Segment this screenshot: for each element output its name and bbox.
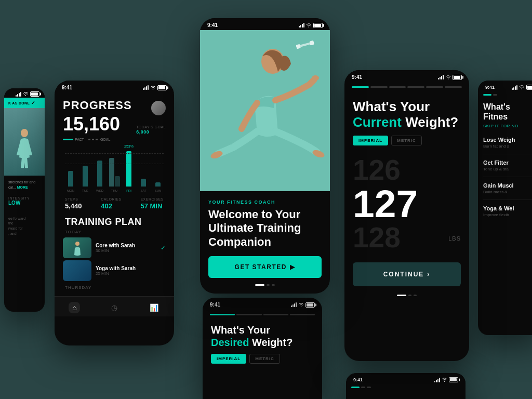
- legend-goal: GOAL: [100, 138, 110, 141]
- goal-item-3[interactable]: Gain Muscl Build mass &: [483, 182, 532, 200]
- time-progress: 9:41: [62, 85, 72, 90]
- stats-row: STEPS 5,440 CALORIES 402 EXERCISES 57 MI…: [63, 197, 166, 210]
- continue-button[interactable]: CONTINUE ›: [353, 262, 461, 286]
- workout-item-1[interactable]: Core with Sarah 30 MIN ✓: [63, 237, 166, 258]
- workout-dur-1: 30 MIN: [96, 248, 156, 253]
- weight-title-part1: What's Your: [353, 99, 430, 114]
- goal-desc-4: Improve flexib: [483, 212, 532, 217]
- card-fitness-goals: 9:41 What's Fitnes SKIP IT FOR NO Lose W…: [478, 81, 532, 335]
- weight-content: What's Your Current Weight? IMPERIAL MET…: [344, 91, 469, 304]
- welcome-title: Welcome to Your Ultimate Training Compan…: [208, 208, 322, 249]
- get-started-label: GET STARTED: [235, 263, 287, 271]
- progress-segments-weight: [344, 82, 469, 91]
- today-label: TODAY: [63, 230, 166, 234]
- yoga-woman-figure: [200, 35, 330, 191]
- person-silhouette-left: [11, 129, 37, 170]
- svg-point-1: [75, 242, 79, 246]
- desired-content: What's Your Desired Weight? IMPERIAL MET…: [203, 318, 322, 369]
- weight-current[interactable]: 127: [353, 184, 461, 223]
- intensity-label: INTENSITY: [8, 196, 41, 200]
- workout-check-1: ✓: [161, 244, 166, 251]
- seg-6: [445, 86, 462, 88]
- dot-2: [267, 284, 270, 286]
- nav-chart[interactable]: 📊: [149, 302, 160, 313]
- nav-home[interactable]: ⌂: [69, 302, 80, 313]
- weight-below: 128: [353, 223, 461, 252]
- status-bar-progress: 9:41: [55, 81, 174, 92]
- desired-part2: Weight?: [252, 337, 293, 348]
- goal-title-3: Gain Muscl: [483, 182, 532, 189]
- get-started-button[interactable]: GET STARTED ▶: [208, 256, 322, 278]
- bar-percent: 253%: [124, 144, 134, 148]
- status-bar-desired: 9:41: [203, 298, 322, 310]
- tab-imperial[interactable]: IMPERIAL: [353, 136, 388, 145]
- skip-link[interactable]: SKIP IT FOR NO: [483, 124, 532, 128]
- goal-title-4: Yoga & Wel: [483, 205, 532, 211]
- status-bar-weight: 9:41: [344, 70, 469, 82]
- workout-note: ee forward the rward for , and: [8, 216, 41, 236]
- bar-sat: SAT: [138, 150, 149, 192]
- bar-wed: WED: [94, 150, 105, 192]
- continue-arrow-icon: ›: [427, 271, 430, 278]
- time-desired: 9:41: [210, 302, 220, 308]
- card-welcome: 9:41: [200, 18, 330, 294]
- tab-metric-desired[interactable]: METRIC: [249, 354, 280, 364]
- dseg-1: [210, 314, 235, 315]
- stat-calories: CALORIES 402: [101, 197, 121, 210]
- thursday-label: THURSDAY: [63, 285, 166, 290]
- bar-mon: MON: [65, 150, 76, 192]
- progress-dots: [208, 284, 322, 286]
- workout-image-left: [4, 108, 45, 176]
- welcome-hero-image: [200, 30, 330, 191]
- stat-steps: STEPS 5,440: [65, 197, 82, 210]
- status-bar-welcome: 9:41: [200, 18, 330, 30]
- goal-item-4[interactable]: Yoga & Wel Improve flexib: [483, 205, 532, 217]
- seg-3: [389, 86, 406, 88]
- dseg-2: [236, 314, 261, 315]
- nav-timer[interactable]: ◷: [109, 302, 120, 313]
- card-current-weight: 9:41 What's Your Current Weight? IMPERIA…: [344, 70, 469, 361]
- welcome-body: YOUR FITNESS COACH Welcome to Your Ultim…: [200, 191, 330, 294]
- bar-sun: SUN: [152, 150, 164, 192]
- workout-item-2[interactable]: Yoga with Sarah 25 MIN: [63, 260, 166, 281]
- desired-title: What's Your Desired Weight?: [211, 324, 314, 349]
- stat-steps-label: STEPS: [65, 197, 82, 201]
- stat-ex-val: 57 MIN: [140, 202, 162, 210]
- bar-fri: 253% FRI: [123, 144, 135, 192]
- tab-imperial-desired[interactable]: IMPERIAL: [211, 354, 246, 364]
- lbs-label: LBS: [448, 235, 461, 242]
- goal-value: 6,000: [136, 129, 149, 135]
- workout-info-2: Yoga with Sarah 25 MIN: [96, 265, 166, 276]
- time-br: 9:41: [353, 377, 363, 382]
- workout-name-1: Core with Sarah: [96, 243, 156, 248]
- coach-label: YOUR FITNESS COACH: [208, 200, 322, 205]
- svg-point-0: [21, 129, 28, 137]
- time-weight: 9:41: [352, 74, 362, 80]
- time-welcome: 9:41: [207, 22, 218, 28]
- dseg-4: [290, 314, 315, 315]
- arrow-icon: ▶: [290, 263, 296, 271]
- status-bar-br: 9:41: [346, 373, 466, 384]
- stat-steps-val: 5,440: [65, 202, 82, 210]
- mark-done-bar[interactable]: K AS DONE ✓: [4, 98, 45, 108]
- weight-title-part2: Weight?: [405, 114, 458, 130]
- dot-3: [272, 284, 275, 286]
- gseg-2: [493, 94, 497, 96]
- tab-metric[interactable]: METRIC: [391, 136, 422, 145]
- time-goals: 9:41: [485, 85, 495, 90]
- seg-4: [407, 86, 424, 88]
- svg-point-6: [312, 75, 319, 81]
- progress-title: PROGRESS: [63, 99, 132, 112]
- desired-part1: What's Your: [211, 324, 270, 336]
- stat-cal-label: CALORIES: [101, 197, 121, 201]
- goal-item-2[interactable]: Get Fitter Tone up & sta: [483, 159, 532, 177]
- goal-item-1[interactable]: Lose Weigh Burn fat and s: [483, 137, 532, 154]
- workout-dur-2: 25 MIN: [96, 271, 166, 276]
- weight-title-teal: Current: [353, 114, 402, 130]
- progress-segs-goals: [478, 92, 532, 97]
- dot-active: [255, 284, 264, 286]
- wdot-3: [414, 295, 417, 296]
- seg-5: [426, 86, 443, 88]
- desired-teal: Desired: [211, 337, 249, 348]
- progress-content: PROGRESS 15,160 TODAY'S GOAL 6,000 FACT …: [55, 92, 174, 296]
